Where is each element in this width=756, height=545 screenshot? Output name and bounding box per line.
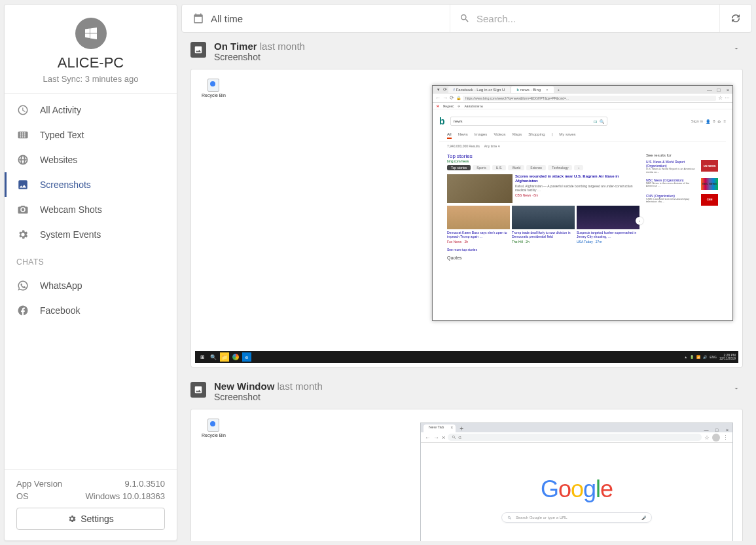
device-last-sync: Last Sync: 3 minutes ago [11, 74, 170, 84]
time-filter-label: All time [211, 13, 243, 24]
entry-title: New Window [214, 381, 274, 392]
recycle-bin-icon: Recycle Bin [202, 79, 226, 98]
nav-list: All Activity Typed Text Websites Screens… [5, 94, 177, 251]
nav-label: Typed Text [40, 130, 84, 140]
image-icon [190, 42, 206, 58]
search-icon [459, 13, 470, 24]
google-logo: Google [421, 476, 732, 503]
nav-system-events[interactable]: System Events [5, 222, 177, 247]
google-search-box: Search Google or type a URL 🎤 [501, 512, 652, 523]
time-filter[interactable]: All time [182, 5, 450, 32]
refresh-icon [730, 12, 742, 24]
nav-label: Facebook [40, 305, 80, 316]
search-input[interactable] [477, 13, 710, 24]
entry: New Window last month Screenshot Recycle… [181, 381, 752, 541]
chevron-down-icon [732, 45, 740, 52]
toolbar: All time [181, 4, 752, 33]
entry-time: last month [260, 41, 305, 52]
nav-label: Websites [40, 155, 77, 165]
nav-label: System Events [40, 229, 101, 240]
refresh-button[interactable] [720, 5, 751, 32]
nav-whatsapp[interactable]: WhatsApp [5, 273, 177, 298]
nav-label: All Activity [40, 105, 81, 115]
app-version-value: 9.1.0.3510 [125, 479, 165, 489]
clock-icon [16, 103, 29, 117]
sidebar-footer: App Version 9.1.0.3510 OS Windows 10.0.1… [5, 469, 177, 540]
entry-title: On Timer [214, 41, 257, 52]
facebook-icon [16, 304, 29, 317]
nav-webcam-shots[interactable]: Webcam Shots [5, 197, 177, 222]
entry-subtitle: Screenshot [214, 52, 722, 62]
calendar-icon [192, 12, 204, 24]
chats-list: WhatsApp Facebook [5, 269, 177, 327]
recycle-bin-icon: Recycle Bin [202, 419, 226, 438]
nav-websites[interactable]: Websites [5, 147, 177, 172]
chrome-window: New Tab + —□× ←→× G ☆ ⋮ Google [420, 423, 733, 541]
windows-taskbar: ⊞ 🔍 📁 e ▲🔋📶🔊 ENG 2:28 PM12/11/2019 [195, 351, 738, 363]
screenshot-preview[interactable]: Recycle Bin ▾ ⟳ fFacebook - Log in or Si… [190, 69, 743, 367]
gear-icon [67, 514, 77, 523]
nav-label: Webcam Shots [40, 204, 102, 215]
gear-icon [16, 228, 29, 241]
chats-header: CHATS [5, 251, 177, 269]
windows-icon [75, 18, 107, 49]
entry: On Timer last month Screenshot Recycle B… [181, 41, 752, 367]
browser-window: ▾ ⟳ fFacebook - Log in or Sign U bnews -… [432, 85, 733, 321]
device-name: ALICE-PC [11, 54, 170, 71]
nav-facebook[interactable]: Facebook [5, 298, 177, 323]
settings-label: Settings [81, 514, 114, 524]
device-header: ALICE-PC Last Sync: 3 minutes ago [5, 5, 177, 94]
os-value: Windows 10.0.18363 [86, 491, 165, 501]
sidebar: ALICE-PC Last Sync: 3 minutes ago All Ac… [4, 4, 177, 541]
main-content: All time On Timer last month Screenshot [181, 4, 752, 541]
image-icon [16, 178, 29, 191]
globe-icon [16, 153, 29, 166]
nav-screenshots[interactable]: Screenshots [5, 172, 177, 197]
keyboard-icon [16, 128, 29, 141]
app-version-label: App Version [16, 479, 62, 489]
image-icon [190, 382, 206, 398]
search-box [450, 5, 720, 32]
entries-list: On Timer last month Screenshot Recycle B… [181, 33, 752, 541]
entry-time: last month [278, 381, 323, 392]
nav-all-activity[interactable]: All Activity [5, 98, 177, 122]
nav-label: Screenshots [40, 179, 91, 190]
entry-menu-toggle[interactable] [730, 41, 743, 58]
screenshot-preview[interactable]: Recycle Bin New Tab + —□× ←→× G ☆ [190, 409, 743, 541]
nav-typed-text[interactable]: Typed Text [5, 122, 177, 147]
settings-button[interactable]: Settings [16, 508, 165, 530]
nav-label: WhatsApp [40, 280, 82, 291]
os-label: OS [16, 491, 29, 501]
whatsapp-icon [16, 279, 29, 292]
chevron-down-icon [732, 385, 740, 392]
entry-menu-toggle[interactable] [730, 381, 743, 398]
camera-icon [16, 203, 29, 216]
carousel-next-icon: › [636, 217, 643, 225]
entry-subtitle: Screenshot [214, 392, 722, 402]
